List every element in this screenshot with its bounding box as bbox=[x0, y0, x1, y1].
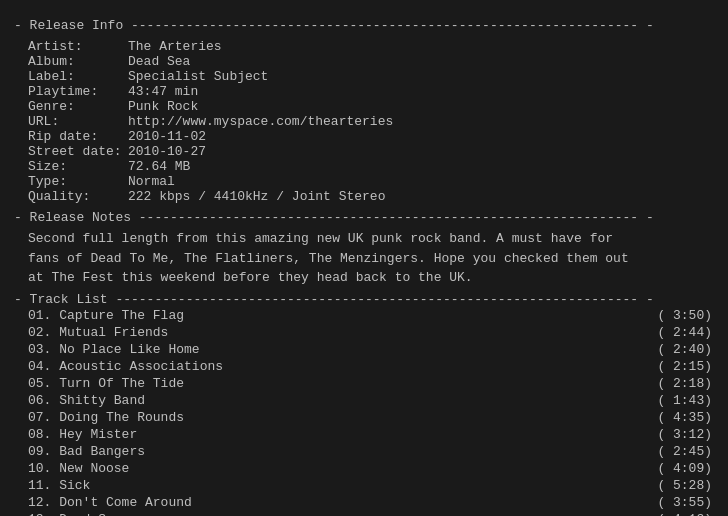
track-row: 12. Don't Come Around( 3:55) bbox=[14, 494, 714, 511]
info-value: 222 kbps / 4410kHz / Joint Stereo bbox=[128, 189, 385, 204]
info-label: Size: bbox=[28, 159, 128, 174]
notes-text: Second full length from this amazing new… bbox=[28, 229, 714, 288]
info-row: Label:Specialist Subject bbox=[28, 69, 714, 84]
track-row: 04. Acoustic Associations( 2:15) bbox=[14, 358, 714, 375]
info-label: Label: bbox=[28, 69, 128, 84]
info-row: Genre:Punk Rock bbox=[28, 99, 714, 114]
track-title: 13. Dead Sea bbox=[28, 512, 122, 517]
info-value: 72.64 MB bbox=[128, 159, 190, 174]
info-row: Size:72.64 MB bbox=[28, 159, 714, 174]
track-title: 12. Don't Come Around bbox=[28, 495, 192, 510]
track-row: 06. Shitty Band( 1:43) bbox=[14, 392, 714, 409]
info-value: Punk Rock bbox=[128, 99, 198, 114]
info-value: 2010-10-27 bbox=[128, 144, 206, 159]
info-row: Artist:The Arteries bbox=[28, 39, 714, 54]
info-value: http://www.myspace.com/thearteries bbox=[128, 114, 393, 129]
track-duration: ( 4:13) bbox=[657, 512, 714, 517]
track-duration: ( 4:35) bbox=[657, 410, 714, 425]
info-row: Album:Dead Sea bbox=[28, 54, 714, 69]
release-info-section: - Release Info -------------------------… bbox=[14, 18, 714, 204]
track-row: 11. Sick( 5:28) bbox=[14, 477, 714, 494]
release-notes-section: - Release Notes ------------------------… bbox=[14, 210, 714, 288]
track-duration: ( 2:40) bbox=[657, 342, 714, 357]
track-title: 06. Shitty Band bbox=[28, 393, 145, 408]
info-row: Rip date:2010-11-02 bbox=[28, 129, 714, 144]
info-label: URL: bbox=[28, 114, 128, 129]
info-value: Specialist Subject bbox=[128, 69, 268, 84]
track-title: 01. Capture The Flag bbox=[28, 308, 184, 323]
track-duration: ( 4:09) bbox=[657, 461, 714, 476]
notes-line: Second full length from this amazing new… bbox=[28, 229, 714, 249]
release-info-header: - Release Info -------------------------… bbox=[14, 18, 714, 33]
info-label: Artist: bbox=[28, 39, 128, 54]
track-duration: ( 3:12) bbox=[657, 427, 714, 442]
track-row: 07. Doing The Rounds( 4:35) bbox=[14, 409, 714, 426]
info-label: Playtime: bbox=[28, 84, 128, 99]
info-row: URL:http://www.myspace.com/thearteries bbox=[28, 114, 714, 129]
track-title: 05. Turn Of The Tide bbox=[28, 376, 184, 391]
info-label: Genre: bbox=[28, 99, 128, 114]
track-row: 01. Capture The Flag( 3:50) bbox=[14, 307, 714, 324]
track-title: 02. Mutual Friends bbox=[28, 325, 168, 340]
info-value: 43:47 min bbox=[128, 84, 198, 99]
info-table: Artist:The ArteriesAlbum:Dead SeaLabel:S… bbox=[28, 39, 714, 204]
info-label: Album: bbox=[28, 54, 128, 69]
track-duration: ( 2:15) bbox=[657, 359, 714, 374]
info-label: Rip date: bbox=[28, 129, 128, 144]
notes-line: at The Fest this weekend before they hea… bbox=[28, 268, 714, 288]
info-row: Type:Normal bbox=[28, 174, 714, 189]
track-title: 04. Acoustic Associations bbox=[28, 359, 223, 374]
track-duration: ( 2:45) bbox=[657, 444, 714, 459]
track-duration: ( 1:43) bbox=[657, 393, 714, 408]
track-duration: ( 3:55) bbox=[657, 495, 714, 510]
track-row: 08. Hey Mister( 3:12) bbox=[14, 426, 714, 443]
track-title: 11. Sick bbox=[28, 478, 90, 493]
track-duration: ( 3:50) bbox=[657, 308, 714, 323]
notes-line: fans of Dead To Me, The Flatliners, The … bbox=[28, 249, 714, 269]
info-row: Street date:2010-10-27 bbox=[28, 144, 714, 159]
track-row: 02. Mutual Friends( 2:44) bbox=[14, 324, 714, 341]
release-notes-header: - Release Notes ------------------------… bbox=[14, 210, 714, 225]
info-value: The Arteries bbox=[128, 39, 222, 54]
info-label: Type: bbox=[28, 174, 128, 189]
info-row: Playtime:43:47 min bbox=[28, 84, 714, 99]
info-value: 2010-11-02 bbox=[128, 129, 206, 144]
info-value: Dead Sea bbox=[128, 54, 190, 69]
track-row: 13. Dead Sea( 4:13) bbox=[14, 511, 714, 517]
track-row: 10. New Noose( 4:09) bbox=[14, 460, 714, 477]
track-duration: ( 5:28) bbox=[657, 478, 714, 493]
info-label: Street date: bbox=[28, 144, 128, 159]
track-title: 08. Hey Mister bbox=[28, 427, 137, 442]
info-label: Quality: bbox=[28, 189, 128, 204]
track-duration: ( 2:44) bbox=[657, 325, 714, 340]
track-row: 05. Turn Of The Tide( 2:18) bbox=[14, 375, 714, 392]
track-list: 01. Capture The Flag( 3:50)02. Mutual Fr… bbox=[14, 307, 714, 517]
track-row: 09. Bad Bangers( 2:45) bbox=[14, 443, 714, 460]
info-value: Normal bbox=[128, 174, 175, 189]
track-title: 09. Bad Bangers bbox=[28, 444, 145, 459]
track-duration: ( 2:18) bbox=[657, 376, 714, 391]
track-title: 10. New Noose bbox=[28, 461, 129, 476]
track-list-section: - Track List ---------------------------… bbox=[14, 292, 714, 517]
track-title: 07. Doing The Rounds bbox=[28, 410, 184, 425]
info-row: Quality:222 kbps / 4410kHz / Joint Stere… bbox=[28, 189, 714, 204]
track-row: 03. No Place Like Home( 2:40) bbox=[14, 341, 714, 358]
track-list-header: - Track List ---------------------------… bbox=[14, 292, 714, 307]
track-title: 03. No Place Like Home bbox=[28, 342, 200, 357]
